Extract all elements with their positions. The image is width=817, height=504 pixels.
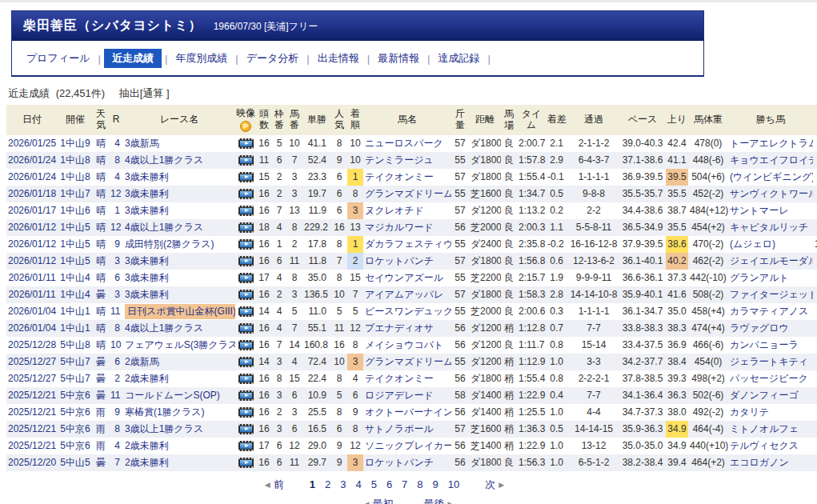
winner-name-link[interactable]: サンヴィクトワール [730,188,813,199]
race-name-link[interactable]: 3歳未勝利 [125,272,169,283]
horse-name-link[interactable]: ソニックブレイカー [365,440,451,451]
horse-name-link[interactable]: メイショウコバト [365,339,443,350]
video-icon[interactable] [238,189,254,199]
pagination-page-10[interactable]: 10 [448,478,459,490]
race-name-link[interactable]: 3歳未勝利 [125,205,169,216]
horse-name-link[interactable]: グランマズドリーム [365,188,451,199]
horse-name-link[interactable]: サトノラポール [365,423,434,434]
video-icon[interactable] [238,390,254,401]
video-icon[interactable] [238,290,254,300]
video-icon[interactable] [238,206,254,216]
pagination-next[interactable]: 次 [485,478,495,490]
race-name-link[interactable]: 3歳以上1勝クラス [125,423,203,434]
pagination-page-7[interactable]: 7 [402,478,407,490]
winner-name-link[interactable]: ミトノオルフェ [730,423,799,434]
horse-name-link[interactable]: ニューロスパーク [365,138,443,149]
tab-race-entries[interactable]: 出走情報 [313,49,364,68]
horse-name-link[interactable]: ロジアデレード [365,390,434,401]
horse-name-link[interactable]: オクトーバーナイン [365,406,451,418]
winner-name-link[interactable]: ジェラートキティ [730,356,808,367]
horse-name-link[interactable]: ブエナディオサ [365,322,434,334]
horse-name-link[interactable]: ロケットパンチ [365,255,434,266]
video-icon[interactable] [238,273,254,283]
video-icon[interactable] [238,155,254,166]
pagination-page-4[interactable]: 4 [355,478,361,490]
horse-name-link[interactable]: ダカラフェスティヴ [365,238,451,250]
video-icon[interactable] [238,441,254,451]
race-name-link[interactable]: 日刊スポ賞中山金杯(GIII) [125,304,235,319]
horse-name-link[interactable]: グランマズドリーム [365,356,451,367]
video-icon[interactable] [238,306,254,317]
race-name-link[interactable]: 2歳未勝利 [125,373,169,384]
horse-name-link[interactable]: ピースワンデュック [365,306,451,317]
pagination-page-6[interactable]: 6 [386,478,392,490]
race-name-link[interactable]: 3歳未勝利 [125,188,169,199]
horse-name-link[interactable]: テイクオンミー [365,373,434,384]
race-name-link[interactable]: 2歳新馬 [125,356,159,367]
tab-recent-results[interactable]: 近走成績 [104,49,162,68]
winner-name-link[interactable]: サントマーレ [730,205,788,216]
horse-name-link[interactable]: ヌクレオチド [365,205,424,216]
race-name-link[interactable]: 4歳以上1勝クラス [125,154,203,166]
horse-name-link[interactable]: テイクオンミー [365,171,434,182]
winner-name-link[interactable]: トーアエレクトラム [730,138,813,149]
tab-yearly-results[interactable]: 年度別成績 [170,49,232,68]
winner-name-link[interactable]: (ムジェロ) [730,238,775,250]
race-name-link[interactable]: 3歳未勝利 [125,171,169,182]
winner-name-link[interactable]: パッセージピーク [730,373,808,384]
video-icon[interactable] [238,172,254,182]
pagination-page-5[interactable]: 5 [371,478,377,490]
video-icon[interactable] [238,357,254,367]
horse-name-link[interactable]: マジカルワード [365,222,434,233]
video-icon[interactable] [238,323,254,334]
video-icon[interactable] [238,138,254,149]
tab-achievements[interactable]: 達成記録 [433,49,484,68]
video-icon[interactable] [238,407,254,418]
race-name-link[interactable]: 成田特別(2勝クラス) [125,238,214,250]
winner-name-link[interactable]: ラヴァグロウ [730,322,789,334]
video-icon[interactable] [238,340,254,350]
race-name-link[interactable]: 2歳未勝利 [125,457,169,468]
pagination-page-9[interactable]: 9 [433,478,439,490]
winner-name-link[interactable]: ダノンフィーゴ [730,390,799,401]
winner-name-link[interactable]: キョウエイフロイデ [730,154,813,166]
pagination-last[interactable]: 最後 [424,498,445,504]
winner-name-link[interactable]: (ウインビギニング) [730,171,813,182]
tab-data-analysis[interactable]: データ分析 [242,49,304,68]
horse-name-link[interactable]: ロケットパンチ [365,457,434,468]
race-name-link[interactable]: 3歳新馬 [125,138,159,149]
race-name-link[interactable]: 3歳未勝利 [125,255,169,266]
horse-name-link[interactable]: アイアムアッパレ [365,289,443,300]
race-name-link[interactable]: 3歳未勝利 [125,289,169,300]
winner-name-link[interactable]: キャピタルリッチ [730,222,808,233]
pagination-page-3[interactable]: 3 [340,478,346,490]
pagination-first[interactable]: 最初 [373,498,394,504]
pagination-page-2[interactable]: 2 [325,478,330,490]
winner-name-link[interactable]: カタリテ [730,406,769,418]
race-name-link[interactable]: フェアウェルS(3勝クラス) [125,339,235,350]
race-name-link[interactable]: 4歳以上1勝クラス [125,322,203,334]
video-icon[interactable] [238,222,254,233]
horse-name-link[interactable]: テンミラージュ [365,154,434,166]
video-icon[interactable] [238,256,254,266]
race-name-link[interactable]: 4歳以上1勝クラス [125,222,203,233]
pagination-page-8[interactable]: 8 [417,478,423,490]
winner-name-link[interactable]: カンパニョーラ [730,339,799,350]
race-name-link[interactable]: 2歳未勝利 [125,440,169,451]
race-name-link[interactable]: コールドムーンS(OP) [125,390,220,401]
pagination-prev[interactable]: 前 [274,478,284,490]
winner-name-link[interactable]: テルヴィセクス [730,440,799,451]
winner-name-link[interactable]: カラマティアノス [730,306,808,317]
winner-name-link[interactable]: グランアルト [730,272,789,283]
race-name-link[interactable]: 寒椿賞(1勝クラス) [125,406,205,418]
tab-latest-news[interactable]: 最新情報 [373,49,424,68]
tab-profile[interactable]: プロフィール [22,49,95,68]
horse-name-link[interactable]: セイウンアズール [365,272,443,283]
video-icon[interactable] [238,424,254,434]
video-icon[interactable] [238,458,254,468]
winner-name-link[interactable]: ファイタージェット [730,289,813,300]
video-icon[interactable] [238,239,254,250]
video-icon[interactable] [238,374,254,384]
winner-name-link[interactable]: エコロガノン [730,457,789,468]
winner-name-link[interactable]: ジェイエルモーダル [730,255,813,266]
